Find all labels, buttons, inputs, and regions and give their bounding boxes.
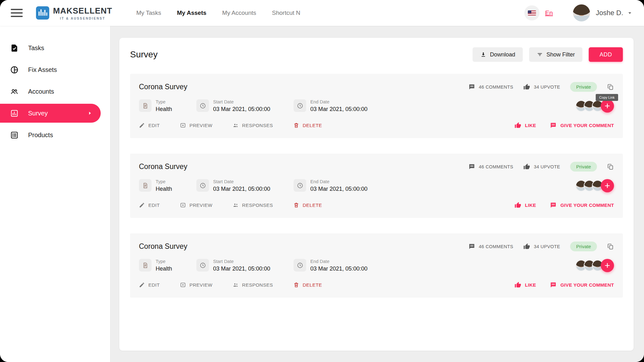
language-switcher[interactable]: En xyxy=(545,9,553,17)
upvote-stat[interactable]: 34 UPVOTE xyxy=(523,243,560,250)
thumb-up-icon xyxy=(523,84,530,90)
logo-text: MAKSELLENT IT & AUSSENDIENST xyxy=(53,6,112,20)
survey-card-header: Corona Survey 46 COMMENTS 34 UPVOTE Priv… xyxy=(139,82,614,92)
hamburger-menu-icon[interactable] xyxy=(11,9,23,17)
give-comment-button[interactable]: GIVE YOUR COMMENT xyxy=(550,282,614,288)
detail-value: Health xyxy=(156,186,172,192)
clock-icon xyxy=(297,102,303,109)
pencil-icon xyxy=(139,202,145,208)
sidebar-item-accounts[interactable]: Accounts xyxy=(0,82,110,101)
detail-icon-box xyxy=(139,259,152,272)
page-toolbar: Download Show Filter ADD xyxy=(473,47,623,62)
detail-label: Type xyxy=(156,179,172,184)
filter-icon xyxy=(537,51,543,58)
sidebar-item-survey[interactable]: Survey xyxy=(0,104,101,123)
comments-stat[interactable]: 46 COMMENTS xyxy=(468,243,513,250)
detail-value: 03 Mar 2021, 05:00:00 xyxy=(213,266,270,272)
tab-my-tasks[interactable]: My Tasks xyxy=(136,9,161,16)
comments-stat[interactable]: 46 COMMENTS xyxy=(468,84,513,90)
copy-icon xyxy=(607,243,614,250)
delete-button[interactable]: DELETE xyxy=(293,122,322,128)
survey-card: Corona Survey 46 COMMENTS 34 UPVOTE Priv… xyxy=(130,74,623,138)
tab-shortcut-n[interactable]: Shortcut N xyxy=(272,9,301,16)
give-comment-button[interactable]: GIVE YOUR COMMENT xyxy=(550,122,614,129)
detail-icon-box xyxy=(294,259,306,272)
survey-footer: LIKE GIVE YOUR COMMENT xyxy=(515,122,614,129)
sidebar-item-label: Survey xyxy=(28,110,48,117)
detail-end-date: End Date 03 Mar 2021, 05:00:00 xyxy=(294,179,367,192)
visibility-badge: Private xyxy=(570,242,597,251)
like-button[interactable]: LIKE xyxy=(515,282,536,288)
edit-button[interactable]: EDIT xyxy=(139,282,160,288)
sidebar-item-label: Fix Assets xyxy=(28,66,57,73)
detail-type: Type Health xyxy=(139,259,196,272)
sidebar-item-fix-assets[interactable]: Fix Assets xyxy=(0,60,110,79)
tab-my-assets[interactable]: My Assets xyxy=(177,9,206,16)
thumb-up-icon xyxy=(515,282,521,288)
upvote-stat[interactable]: 34 UPVOTE xyxy=(523,84,560,90)
tab-my-accounts[interactable]: My Accounts xyxy=(222,9,256,16)
chevron-down-icon[interactable] xyxy=(626,9,633,16)
people-icon xyxy=(233,282,239,288)
show-filter-button[interactable]: Show Filter xyxy=(529,47,582,62)
detail-icon-box xyxy=(139,99,152,112)
preview-button[interactable]: PREVIEW xyxy=(180,202,212,208)
like-button[interactable]: LIKE xyxy=(515,202,536,208)
download-button[interactable]: Download xyxy=(473,47,523,62)
language-flag-button[interactable] xyxy=(524,5,540,20)
comment-icon xyxy=(468,163,475,170)
visibility-badge: Private xyxy=(570,162,597,172)
copy-link-button[interactable]: Copy Link xyxy=(607,84,614,90)
delete-button[interactable]: DELETE xyxy=(293,202,322,208)
like-button[interactable]: LIKE xyxy=(515,122,536,129)
add-member-button[interactable]: + xyxy=(601,259,614,272)
copy-link-button[interactable] xyxy=(607,163,614,170)
preview-button[interactable]: PREVIEW xyxy=(180,122,212,128)
copy-link-tooltip: Copy Link xyxy=(596,94,618,101)
survey-title: Corona Survey xyxy=(139,242,187,251)
responses-button[interactable]: RESPONSES xyxy=(233,122,273,128)
pie-chart-icon xyxy=(10,66,19,74)
add-member-button[interactable]: + xyxy=(601,99,614,113)
copy-link-button[interactable] xyxy=(607,243,614,250)
detail-label: Start Date xyxy=(213,259,270,264)
member-avatars: + xyxy=(575,99,614,113)
logo-wave-icon xyxy=(36,6,49,20)
preview-icon xyxy=(180,282,186,288)
comment-icon xyxy=(468,84,475,90)
user-avatar[interactable] xyxy=(573,4,590,21)
comments-stat[interactable]: 46 COMMENTS xyxy=(468,163,513,170)
comment-icon xyxy=(550,282,557,288)
detail-label: Start Date xyxy=(213,99,270,104)
add-button[interactable]: ADD xyxy=(589,47,623,62)
edit-button[interactable]: EDIT xyxy=(139,122,160,128)
delete-button[interactable]: DELETE xyxy=(293,282,322,288)
detail-value: 03 Mar 2021, 05:00:00 xyxy=(310,266,367,272)
detail-value: Health xyxy=(156,266,172,272)
sidebar-item-tasks[interactable]: Tasks xyxy=(0,38,110,57)
user-name[interactable]: Joshe D. xyxy=(596,9,623,17)
document-icon xyxy=(142,182,149,189)
survey-card-header: Corona Survey 46 COMMENTS 34 UPVOTE Priv… xyxy=(139,242,614,251)
responses-button[interactable]: RESPONSES xyxy=(233,202,273,208)
us-flag-icon xyxy=(528,10,536,15)
people-icon xyxy=(233,202,239,208)
detail-type: Type Health xyxy=(139,99,196,113)
responses-button[interactable]: RESPONSES xyxy=(233,282,273,288)
people-icon xyxy=(10,87,19,96)
upvote-stat[interactable]: 34 UPVOTE xyxy=(523,163,560,170)
survey-stats: 46 COMMENTS 34 UPVOTE Private xyxy=(468,242,614,251)
brand-logo[interactable]: MAKSELLENT IT & AUSSENDIENST xyxy=(36,6,112,20)
sidebar-item-products[interactable]: Products xyxy=(0,126,110,144)
sidebar: Tasks Fix Assets Accounts Survey xyxy=(0,26,110,362)
brand-tagline: IT & AUSSENDIENST xyxy=(60,17,105,20)
pencil-icon xyxy=(139,122,145,128)
page-header: Survey Download Show Filter xyxy=(130,47,623,62)
add-member-button[interactable]: + xyxy=(601,179,614,192)
survey-stats: 46 COMMENTS 34 UPVOTE Private Copy Link xyxy=(468,82,614,92)
sidebar-item-label: Tasks xyxy=(28,44,44,52)
edit-button[interactable]: EDIT xyxy=(139,202,160,208)
member-avatars: + xyxy=(575,259,614,272)
preview-button[interactable]: PREVIEW xyxy=(180,282,212,288)
give-comment-button[interactable]: GIVE YOUR COMMENT xyxy=(550,202,614,208)
